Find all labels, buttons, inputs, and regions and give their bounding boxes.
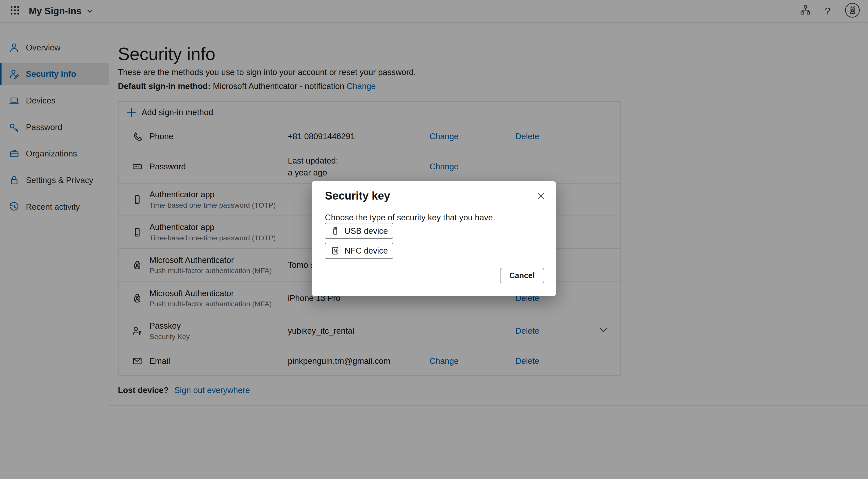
option-label: USB device <box>344 226 388 236</box>
option-label: NFC device <box>344 246 388 255</box>
security-key-option-usb-device[interactable]: USB device <box>325 223 393 239</box>
dialog-close-button[interactable] <box>535 192 547 203</box>
close-icon <box>537 192 545 202</box>
dialog-title: Security key <box>325 190 390 202</box>
usb-icon <box>330 226 340 236</box>
dialog-body-text: Choose the type of security key that you… <box>325 212 495 223</box>
page: My Sign-Ins ? Overview Security info <box>0 0 868 479</box>
security-key-options: USB device NFC device <box>325 223 393 259</box>
security-key-dialog: Security key Choose the type of security… <box>312 181 556 296</box>
security-key-option-nfc-device[interactable]: NFC device <box>325 243 393 259</box>
nfc-icon <box>330 246 340 255</box>
cancel-button[interactable]: Cancel <box>500 268 544 283</box>
